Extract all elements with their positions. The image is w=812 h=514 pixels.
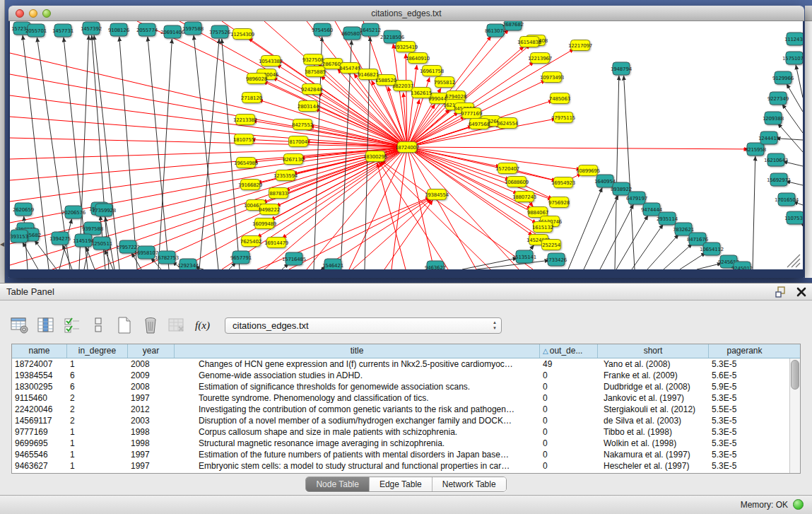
graph-node[interactable]	[119, 240, 136, 253]
graph-node[interactable]	[269, 188, 288, 199]
graph-node[interactable]	[470, 119, 489, 129]
citation-edge-black[interactable]	[222, 39, 240, 269]
graph-node[interactable]	[394, 81, 413, 91]
table-cell[interactable]: 1998	[128, 438, 175, 449]
graph-node[interactable]	[261, 56, 281, 66]
graph-node[interactable]	[75, 234, 92, 247]
table-cell[interactable]: 5.6E-5	[709, 370, 780, 381]
column-header-in-degree[interactable]: in_degree	[67, 344, 128, 358]
graph-node[interactable]	[180, 259, 196, 269]
citation-edge-black[interactable]	[632, 224, 663, 269]
graph-node[interactable]	[505, 21, 522, 30]
table-cell[interactable]: Tourette syndrome. Phenomenology and cla…	[175, 392, 540, 404]
table-cell[interactable]: Nakamura et al. (1997)	[598, 449, 709, 460]
graph-node[interactable]	[550, 197, 569, 208]
citation-edge-black[interactable]	[476, 260, 549, 269]
table-cell[interactable]: 1997	[128, 449, 175, 460]
row-height-button[interactable]	[88, 316, 107, 335]
graph-node[interactable]	[543, 72, 562, 83]
table-row[interactable]: 911546021997Tourette syndrome. Phenomeno…	[12, 392, 800, 404]
citation-edge-black[interactable]	[148, 37, 169, 269]
graph-node[interactable]	[515, 192, 534, 202]
citation-edge-black[interactable]	[796, 65, 803, 98]
citation-edge-black[interactable]	[624, 76, 635, 269]
table-row[interactable]: 1830029562008Estimation of significance …	[12, 381, 800, 392]
citation-edge-black[interactable]	[787, 84, 803, 112]
table-cell[interactable]: 5.9E-5	[709, 381, 780, 392]
graph-node[interactable]	[787, 33, 803, 45]
table-cell[interactable]: Structural magnetic resonance image aver…	[175, 438, 540, 449]
graph-node[interactable]	[760, 132, 777, 144]
table-cell[interactable]: Wolkin et al. (1998)	[598, 438, 709, 449]
graph-node[interactable]	[28, 24, 45, 37]
table-cell[interactable]: 0	[540, 449, 598, 460]
table-cell[interactable]: Investigating the contribution of common…	[175, 404, 540, 415]
citation-edge-black[interactable]	[23, 243, 38, 269]
graph-node[interactable]	[507, 177, 526, 187]
graph-node[interactable]	[242, 236, 261, 247]
table-cell[interactable]: 18724007	[12, 358, 67, 370]
graph-node[interactable]	[139, 23, 155, 36]
tab-network-table[interactable]: Network Table	[433, 477, 506, 491]
graph-node[interactable]	[423, 66, 442, 76]
graph-node[interactable]	[164, 25, 181, 38]
graph-node[interactable]	[554, 177, 573, 188]
table-cell[interactable]: 1	[67, 460, 128, 472]
graph-node[interactable]	[242, 93, 261, 103]
citation-edge-red[interactable]	[264, 147, 407, 269]
table-cell[interactable]: 0	[540, 460, 598, 472]
table-panel-header[interactable]: Table Panel	[0, 283, 812, 300]
graph-node[interactable]	[324, 59, 343, 69]
table-cell[interactable]: 5.3E-5	[709, 426, 780, 438]
graph-node[interactable]	[787, 211, 803, 224]
table-cell[interactable]: 2008	[128, 358, 175, 370]
graph-node[interactable]	[767, 153, 784, 166]
graph-node[interactable]	[304, 54, 323, 65]
table-cell[interactable]: Changes of HCN gene expression and I(f) …	[175, 358, 540, 370]
graph-node[interactable]	[643, 203, 660, 216]
table-cell[interactable]: 0	[540, 415, 598, 426]
graph-node[interactable]	[703, 243, 720, 255]
minimize-window-button[interactable]	[29, 9, 37, 18]
table-cell[interactable]: 0	[540, 392, 598, 404]
graph-node[interactable]	[65, 206, 82, 218]
citation-edge-red[interactable]	[393, 44, 407, 147]
modify-table-columns-button[interactable]	[10, 316, 29, 335]
graph-node[interactable]	[233, 29, 252, 40]
citation-edge-black[interactable]	[680, 252, 706, 269]
graph-node[interactable]	[306, 66, 325, 77]
table-cell[interactable]: 5.3E-5	[709, 438, 780, 449]
graph-node[interactable]	[276, 170, 295, 181]
table-cell[interactable]: Estimation of significance thresholds fo…	[175, 381, 540, 392]
table-cell[interactable]: 18300295	[12, 381, 67, 392]
graph-node[interactable]	[158, 251, 175, 264]
graph-node[interactable]	[324, 259, 341, 269]
table-cell[interactable]: Stergiakouli et al. (2012)	[598, 404, 709, 415]
citation-edge-black[interactable]	[615, 76, 619, 269]
graph-node[interactable]	[236, 115, 255, 125]
graph-node[interactable]	[93, 237, 110, 250]
resize-grip-icon[interactable]	[796, 263, 800, 267]
graph-node[interactable]	[110, 23, 127, 36]
destroy-table-button[interactable]	[167, 316, 186, 335]
graph-node[interactable]	[531, 53, 550, 64]
resize-grip-icon[interactable]	[792, 259, 800, 267]
table-cell[interactable]: 2008	[128, 381, 175, 392]
table-cell[interactable]: Disruption of a novel member of a sodium…	[175, 415, 540, 426]
create-new-table-button[interactable]	[114, 316, 134, 335]
table-cell[interactable]: Tibbo et al. (1998)	[598, 426, 709, 438]
table-row[interactable]: 946362711997Embryonic stem cells: a mode…	[12, 460, 800, 472]
table-cell[interactable]: 22420046	[12, 404, 67, 415]
graph-node[interactable]	[299, 101, 318, 112]
network-window-titlebar[interactable]: citations_edges.txt	[8, 6, 804, 21]
graph-node[interactable]	[15, 203, 32, 216]
citation-edge-black[interactable]	[584, 195, 618, 269]
citation-edge-black[interactable]	[753, 156, 755, 269]
graph-node[interactable]	[293, 119, 312, 130]
graph-node[interactable]	[11, 230, 28, 243]
graph-node[interactable]	[302, 84, 322, 95]
table-cell[interactable]: 0	[540, 381, 598, 392]
table-cell[interactable]: 2	[67, 415, 128, 426]
graph-node[interactable]	[571, 40, 590, 51]
table-cell[interactable]: Genome-wide association studies in ADHD.	[175, 370, 540, 381]
